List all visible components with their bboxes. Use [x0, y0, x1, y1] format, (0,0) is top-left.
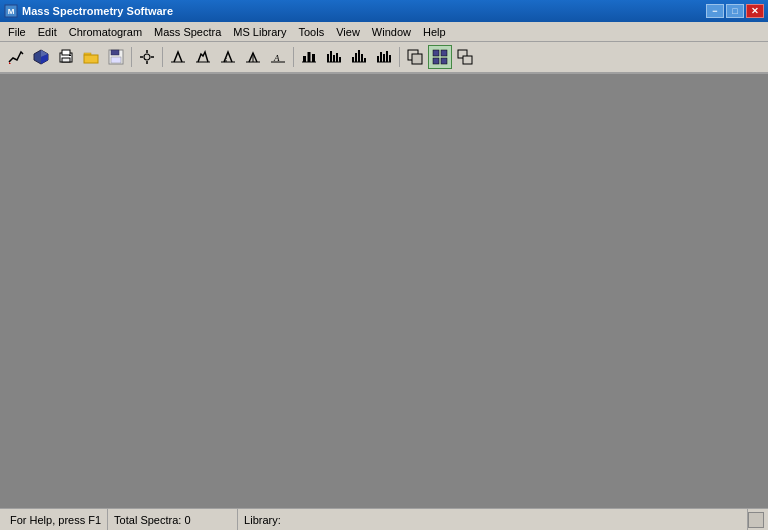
svg-rect-40 [358, 50, 360, 62]
status-resize-handle[interactable] [748, 512, 764, 528]
status-help: For Help, press F1 [4, 509, 108, 530]
svg-rect-30 [312, 54, 315, 62]
toolbar-btn-bar2[interactable] [322, 45, 346, 69]
svg-rect-7 [62, 50, 70, 55]
menu-help[interactable]: Help [417, 24, 452, 40]
svg-rect-34 [333, 55, 335, 62]
svg-rect-39 [355, 53, 357, 62]
status-library: Library: [238, 509, 748, 530]
svg-rect-48 [389, 55, 391, 62]
svg-rect-13 [111, 50, 119, 55]
svg-rect-35 [336, 53, 338, 62]
svg-text:M: M [8, 7, 15, 16]
toolbar-btn-bar4[interactable] [372, 45, 396, 69]
toolbar-btn-peak5[interactable]: A [266, 45, 290, 69]
toolbar-sep-4 [399, 47, 400, 67]
main-content-area [0, 74, 768, 508]
menu-file[interactable]: File [2, 24, 32, 40]
toolbar: A [0, 42, 768, 74]
svg-rect-38 [352, 57, 354, 62]
close-button[interactable]: ✕ [746, 4, 764, 18]
svg-rect-54 [433, 58, 439, 64]
menu-mass-spectra[interactable]: Mass Spectra [148, 24, 227, 40]
menu-chromatogram[interactable]: Chromatogram [63, 24, 148, 40]
toolbar-btn-save[interactable] [104, 45, 128, 69]
title-bar-left: M Mass Spectrometry Software [4, 4, 173, 18]
menu-ms-library[interactable]: MS Library [227, 24, 292, 40]
title-bar: M Mass Spectrometry Software − □ ✕ [0, 0, 768, 22]
toolbar-btn-peak3[interactable] [216, 45, 240, 69]
svg-rect-36 [339, 57, 341, 62]
svg-rect-45 [380, 52, 382, 62]
svg-rect-53 [441, 50, 447, 56]
toolbar-sep-1 [131, 47, 132, 67]
toolbar-btn-peak1[interactable] [166, 45, 190, 69]
menu-view[interactable]: View [330, 24, 366, 40]
toolbar-btn-bar1[interactable] [297, 45, 321, 69]
toolbar-btn-tile-view[interactable] [428, 45, 452, 69]
svg-text:A: A [273, 53, 280, 63]
svg-rect-55 [441, 58, 447, 64]
status-help-text: For Help, press F1 [10, 514, 101, 526]
toolbar-btn-chromatogram[interactable] [4, 45, 28, 69]
toolbar-btn-peak4[interactable] [241, 45, 265, 69]
svg-rect-28 [303, 56, 306, 62]
status-total-spectra-text: Total Spectra: 0 [114, 514, 190, 526]
svg-point-19 [144, 54, 150, 60]
svg-rect-46 [383, 54, 385, 62]
svg-rect-8 [62, 58, 70, 62]
status-bar: For Help, press F1 Total Spectra: 0 Libr… [0, 508, 768, 530]
toolbar-btn-print[interactable] [54, 45, 78, 69]
status-library-text: Library: [244, 514, 281, 526]
toolbar-btn-cursor[interactable] [135, 45, 159, 69]
svg-rect-9 [69, 55, 71, 56]
svg-rect-51 [412, 54, 422, 64]
minimize-button[interactable]: − [706, 4, 724, 18]
maximize-button[interactable]: □ [726, 4, 744, 18]
svg-rect-41 [361, 54, 363, 62]
menu-bar: File Edit Chromatogram Mass Spectra MS L… [0, 22, 768, 42]
svg-rect-44 [377, 56, 379, 62]
svg-rect-57 [463, 56, 472, 64]
toolbar-btn-peak2[interactable] [191, 45, 215, 69]
toolbar-sep-3 [293, 47, 294, 67]
toolbar-btn-3d[interactable] [29, 45, 53, 69]
toolbar-btn-open[interactable] [79, 45, 103, 69]
menu-edit[interactable]: Edit [32, 24, 63, 40]
svg-rect-42 [364, 58, 366, 62]
menu-window[interactable]: Window [366, 24, 417, 40]
svg-rect-47 [386, 51, 388, 62]
svg-rect-52 [433, 50, 439, 56]
svg-rect-32 [327, 54, 329, 62]
toolbar-btn-copy-view[interactable] [403, 45, 427, 69]
toolbar-sep-2 [162, 47, 163, 67]
title-bar-buttons: − □ ✕ [706, 4, 764, 18]
svg-rect-11 [84, 55, 98, 63]
svg-rect-29 [308, 52, 311, 62]
title-bar-text: Mass Spectrometry Software [22, 5, 173, 17]
status-total-spectra: Total Spectra: 0 [108, 509, 238, 530]
menu-tools[interactable]: Tools [293, 24, 331, 40]
toolbar-btn-cascade-view[interactable] [453, 45, 477, 69]
app-icon: M [4, 4, 18, 18]
toolbar-btn-bar3[interactable] [347, 45, 371, 69]
svg-rect-33 [330, 51, 332, 62]
svg-rect-14 [111, 57, 121, 63]
